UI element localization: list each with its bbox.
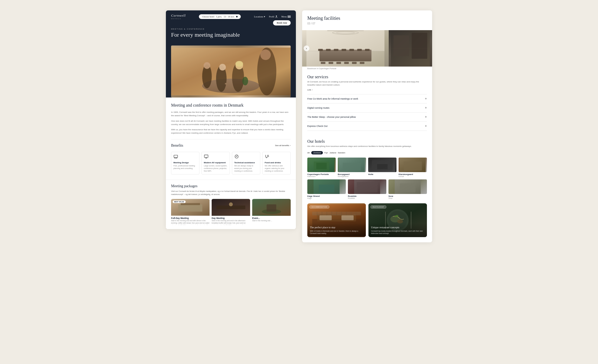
hotel-4-name: Klarskovgaard xyxy=(399,173,427,176)
hotel-4-illustration xyxy=(399,158,427,172)
service-expand-icon: + xyxy=(425,124,427,128)
benefit-2-title: Modern AV equipment xyxy=(204,161,228,164)
facilities-info: Meeting facilities 03 / 07 xyxy=(302,10,432,30)
hero-label: MEETING & CONFERENCE xyxy=(171,28,240,30)
svg-rect-58 xyxy=(394,35,409,56)
svg-rect-47 xyxy=(342,49,346,51)
package-day-meeting[interactable]: Day Meeting Start in the morning and end… xyxy=(212,199,250,225)
svg-point-0 xyxy=(276,16,277,17)
svg-rect-52 xyxy=(329,62,333,64)
left-panel: Cornwell HOTELS Choose hotel 1 pers. 13 … xyxy=(166,10,296,229)
service-item-checkout[interactable]: Express Check Out + xyxy=(307,121,427,131)
logo-name: Cornwell xyxy=(171,14,186,18)
filter-jutland[interactable]: Jutland xyxy=(329,151,336,154)
services-link[interactable]: Link › xyxy=(307,89,427,91)
hotel-1-name: Copenhagen Portside xyxy=(307,173,336,176)
search-icon xyxy=(236,16,238,17)
package-3-title: Eveni... xyxy=(252,217,291,219)
main-nav: Locations ▾ Profil Menu xyxy=(254,15,291,18)
link-arrow-icon: › xyxy=(312,89,313,91)
hotel-2-illustration xyxy=(338,158,366,172)
svg-rect-53 xyxy=(336,62,341,64)
hotel-7-name: Sorø xyxy=(388,195,427,197)
service-item-cowork[interactable]: Free Co-Work area for informal meetings … xyxy=(307,94,427,103)
logo: Cornwell HOTELS xyxy=(171,14,186,20)
hotels-row-2: Køge Strand Køge Roskilde Roskilde xyxy=(307,179,427,199)
svg-rect-22 xyxy=(204,155,208,158)
hero-image xyxy=(171,46,291,98)
benefit-4-desc: We offer delicious and organic catering … xyxy=(265,165,288,172)
hotel-6-name: Roskilde xyxy=(348,195,386,197)
hotel-6-sub: Roskilde xyxy=(348,197,386,199)
benefit-4-title: Food and drinks xyxy=(265,161,288,164)
svg-rect-63 xyxy=(316,163,327,169)
package-full-day[interactable]: BEST VALUE Full-Day Meeting Start in the… xyxy=(171,199,210,225)
promo-2-content: Unique restaurant concepts Cornwell has … xyxy=(368,223,427,237)
technical-assistance-icon xyxy=(234,154,239,159)
hero-title: For every meeting imaginable xyxy=(171,31,240,38)
package-1-desc: Start in the morning and end with dinner… xyxy=(171,219,210,225)
svg-rect-68 xyxy=(377,164,388,169)
promo-1-desc: With 14 hotels in Denmark and one in Swe… xyxy=(310,230,363,235)
filter-sweden[interactable]: Sweden xyxy=(338,151,345,154)
hotel-2-sub: Nordsjælland xyxy=(338,176,366,177)
hotel-img-soroe xyxy=(388,179,427,194)
meeting-para-3: With us, you have the reassurance that w… xyxy=(171,128,291,135)
benefit-av: Modern AV equipment Large screen, sound … xyxy=(202,152,230,174)
benefit-1-title: Meeting Design xyxy=(173,161,197,164)
service-item-running[interactable]: Digital running routes + xyxy=(307,103,427,112)
book-now-button[interactable]: Book now xyxy=(273,20,291,25)
filter-all[interactable]: All xyxy=(307,151,310,154)
filter-fyn[interactable]: Fyn xyxy=(324,151,328,154)
facility-caption: Boardroom in Copenhagen Portside xyxy=(302,67,432,70)
service-expand-icon: + xyxy=(425,115,427,119)
benefits-grid: Meeting Design Free, professional meetin… xyxy=(171,152,291,174)
hero-section: MEETING & CONFERENCE For every meeting i… xyxy=(166,23,296,98)
logo-sub: HOTELS xyxy=(171,18,181,20)
facility-side-image: › xyxy=(389,30,432,67)
hotel-img-copenhagen xyxy=(307,158,336,172)
hotel-card-copenhagen[interactable]: Copenhagen Portside Købnhavn xyxy=(307,158,336,177)
see-all-benefits-link[interactable]: See all benefits › xyxy=(275,144,291,147)
hotel-card-klarskovgaard[interactable]: Klarskovgaard Korsør xyxy=(399,158,427,177)
svg-rect-70 xyxy=(404,161,422,171)
search-placeholder: Choose hotel xyxy=(202,15,214,18)
nav-menu[interactable]: Menu xyxy=(281,15,291,18)
hotel-card-koge[interactable]: Køge Strand Køge xyxy=(307,179,346,199)
hotel-card-roskilde[interactable]: Roskilde Roskilde xyxy=(348,179,386,199)
search-bar[interactable]: Choose hotel 1 pers. 13 · 14 nov. xyxy=(199,14,241,19)
hotel-card-soroe[interactable]: Sorø Sorø xyxy=(388,179,427,199)
meeting-design-icon xyxy=(173,154,178,159)
facility-main-image: ‹ xyxy=(302,30,389,67)
svg-rect-17 xyxy=(225,83,227,85)
svg-rect-18 xyxy=(174,155,178,158)
hotel-card-holte[interactable]: Holte xyxy=(368,158,396,177)
hotel-3-illustration xyxy=(368,158,396,172)
promo-restaurant[interactable]: RESTAURANT Unique restaurant concepts Co… xyxy=(368,203,427,237)
hotel-img-klarskovgaard xyxy=(399,158,427,172)
promo-1-title: The perfect place to stay xyxy=(310,226,363,229)
benefit-1-desc: Free, professional meeting planning and … xyxy=(173,165,197,170)
hotel-4-sub: Korsør xyxy=(399,176,427,177)
menu-icon xyxy=(288,15,291,18)
package-3-image xyxy=(252,199,291,216)
services-list: Free Co-Work area for informal meetings … xyxy=(307,94,427,131)
promo-accommodation[interactable]: ACCOMMODATION The perfect place to stay … xyxy=(307,203,366,237)
food-drinks-icon xyxy=(265,154,269,159)
prev-image-button[interactable]: ‹ xyxy=(304,46,309,51)
package-evening[interactable]: Eveni... Start in the morning and ... xyxy=(252,199,291,225)
hotel-img-borupgaard xyxy=(338,158,366,172)
benefit-meeting-design: Meeting Design Free, professional meetin… xyxy=(171,152,199,174)
filter-zeeland[interactable]: Zeeland xyxy=(311,151,323,154)
hotels-title: Our hotels xyxy=(307,139,427,144)
svg-rect-44 xyxy=(318,49,323,51)
arrow-right-icon: › xyxy=(290,144,291,147)
hotels-row-1: Copenhagen Portside Købnhavn Borupgaard … xyxy=(307,158,427,177)
nav-profile[interactable]: Profil xyxy=(269,15,278,18)
hotel-7-illustration xyxy=(388,179,427,194)
hotel-card-borupgaard[interactable]: Borupgaard Nordsjælland xyxy=(338,158,366,177)
promo-2-title: Unique restaurant concepts xyxy=(371,226,424,229)
service-item-sleep[interactable]: The Better Sleep - choose your personal … xyxy=(307,112,427,121)
side-room-illustration: › xyxy=(389,30,432,67)
nav-locations[interactable]: Locations ▾ xyxy=(254,15,265,18)
